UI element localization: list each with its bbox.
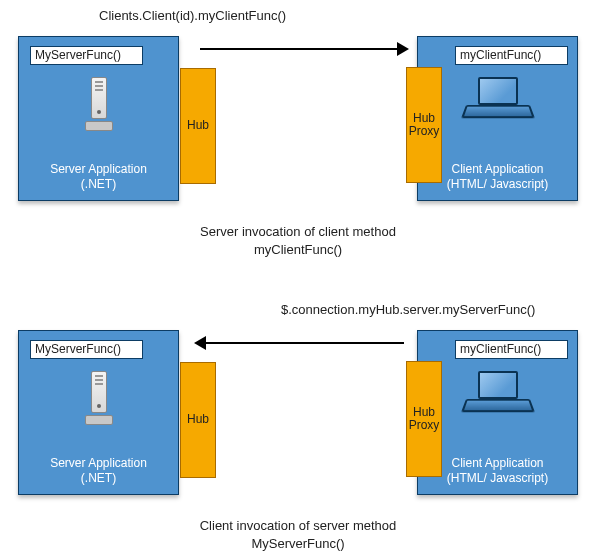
server-caption-line1: Server Application [50,162,147,176]
client-caption-line2: (HTML/ Javascript) [447,471,548,485]
hub-proxy-text: Hub Proxy [409,112,440,138]
client-caption-line2: (HTML/ Javascript) [447,177,548,191]
server-to-client-diagram: Clients.Client(id).myClientFunc() MyServ… [0,6,596,276]
server-app-box: MyServerFunc() Server Application (.NET)… [18,330,179,495]
invocation-call-label: $.connection.myHub.server.myServerFunc() [281,302,535,317]
server-app-box: MyServerFunc() Server Application (.NET)… [18,36,179,201]
server-caption-line2: (.NET) [81,177,116,191]
caption-line1: Client invocation of server method [200,518,397,533]
arrowhead-left-icon [194,336,206,350]
server-caption-line1: Server Application [50,456,147,470]
server-icon-wrap [19,77,178,138]
server-caption-line2: (.NET) [81,471,116,485]
diagram-caption: Server invocation of client method myCli… [0,223,596,258]
client-func-label: myClientFunc() [455,46,568,65]
laptop-icon [466,371,530,419]
hub-block: Hub [180,362,216,478]
diagram-caption: Client invocation of server method MySer… [0,517,596,552]
server-box-caption: Server Application (.NET) [19,162,178,192]
server-icon-wrap [19,371,178,432]
client-to-server-diagram: $.connection.myHub.server.myServerFunc()… [0,300,596,558]
server-tower-icon [85,371,113,429]
hub-proxy-block: Hub Proxy [406,67,442,183]
caption-line1: Server invocation of client method [200,224,396,239]
hub-proxy-text: Hub Proxy [409,406,440,432]
client-caption-line1: Client Application [451,162,543,176]
server-tower-icon [85,77,113,135]
laptop-icon [466,77,530,125]
invocation-call-label: Clients.Client(id).myClientFunc() [99,8,286,23]
invocation-arrow [200,48,404,50]
client-caption-line1: Client Application [451,456,543,470]
server-box-caption: Server Application (.NET) [19,456,178,486]
hub-block: Hub [180,68,216,184]
invocation-arrow [200,342,404,344]
client-func-label: myClientFunc() [455,340,568,359]
hub-proxy-block: Hub Proxy [406,361,442,477]
caption-line2: MyServerFunc() [251,536,344,551]
server-func-label: MyServerFunc() [30,46,143,65]
caption-line2: myClientFunc() [254,242,342,257]
server-func-label: MyServerFunc() [30,340,143,359]
arrowhead-right-icon [397,42,409,56]
